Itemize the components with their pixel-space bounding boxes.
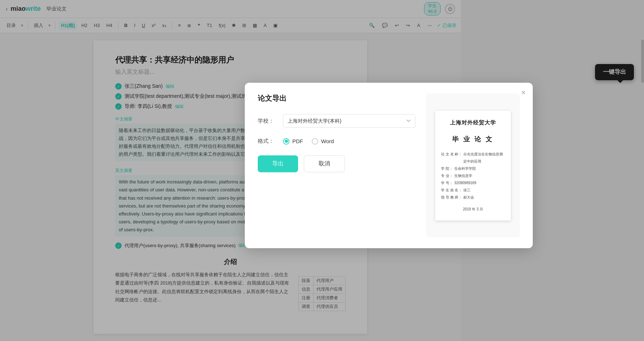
radio-pdf[interactable] <box>283 138 289 145</box>
preview-year: 2019 年 3 月 <box>463 207 483 212</box>
word-label: Word <box>321 138 334 144</box>
export-button[interactable]: 导出 <box>258 155 298 172</box>
preview-info-label: 学 生 姓 名： <box>441 187 462 194</box>
school-select[interactable]: 上海对外经贸大学(本科)复旦大学(本科)同济大学(本科) <box>283 114 415 128</box>
school-label: 学校： <box>258 118 276 124</box>
format-label: 格式： <box>258 138 276 145</box>
preview-info-value: 生命科学学院 <box>454 165 476 172</box>
preview-info: 论 文 名 称：分光光度法在生物信息测定中的应用学 院：生命科学学院专 业：生物… <box>441 151 505 201</box>
preview-info-value: 生物信息学 <box>454 172 472 179</box>
cancel-button[interactable]: 取消 <box>304 155 345 172</box>
preview-info-value: 32090989189 <box>454 179 476 187</box>
preview-info-label: 专 业： <box>441 172 453 179</box>
preview-info-value: 郝大会 <box>463 194 474 201</box>
preview-info-row: 指 导 教 师：郝大会 <box>441 194 505 201</box>
dialog-close-button[interactable]: × <box>521 88 526 97</box>
radio-word[interactable] <box>312 138 318 145</box>
preview-info-label: 指 导 教 师： <box>441 194 462 201</box>
preview-info-label: 学 号： <box>441 179 453 187</box>
preview-info-row: 学 生 姓 名：张三 <box>441 187 505 194</box>
export-dialog: × 论文导出 学校： 上海对外经贸大学(本科)复旦大学(本科)同济大学(本科) … <box>245 83 533 248</box>
pdf-label: PDF <box>292 138 303 144</box>
preview-info-value: 分光光度法在生物信息测定中的应用 <box>463 151 505 165</box>
preview-info-label: 学 院： <box>441 165 453 172</box>
format-pdf-option[interactable]: PDF <box>283 138 303 145</box>
preview-info-label: 论 文 名 称： <box>441 151 462 165</box>
preview-info-row: 学 号：32090989189 <box>441 179 505 187</box>
dialog-format-row: 格式： PDF Word <box>258 138 415 145</box>
format-word-option[interactable]: Word <box>312 138 334 145</box>
dialog-actions: 导出 取消 <box>258 155 415 172</box>
dialog-left: 论文导出 学校： 上海对外经贸大学(本科)复旦大学(本科)同济大学(本科) 格式… <box>258 94 415 237</box>
preview-info-value: 张三 <box>463 187 470 194</box>
preview-main-title: 毕 业 论 文 <box>452 135 494 144</box>
preview-info-row: 专 业：生物信息学 <box>441 172 505 179</box>
dialog-preview-panel: 上海对外经贸大学 毕 业 论 文 论 文 名 称：分光光度法在生物信息测定中的应… <box>426 94 520 237</box>
dialog-school-row: 学校： 上海对外经贸大学(本科)复旦大学(本科)同济大学(本科) <box>258 114 415 128</box>
preview-school-name: 上海对外经贸大学 <box>450 119 496 126</box>
preview-info-row: 学 院：生命科学学院 <box>441 165 505 172</box>
dialog-title: 论文导出 <box>258 94 415 103</box>
format-options: PDF Word <box>283 138 334 145</box>
preview-info-row: 论 文 名 称：分光光度法在生物信息测定中的应用 <box>441 151 505 165</box>
preview-page: 上海对外经贸大学 毕 业 论 文 论 文 名 称：分光光度法在生物信息测定中的应… <box>435 111 511 220</box>
